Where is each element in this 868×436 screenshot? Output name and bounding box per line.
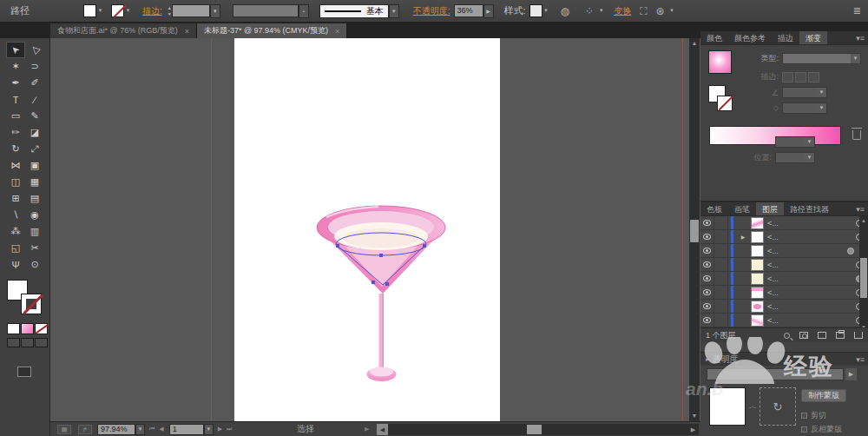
zoom-level-field[interactable]: 97.94% <box>97 424 135 435</box>
draw-behind-button[interactable] <box>21 338 34 347</box>
mesh-tool[interactable]: ⊞ <box>6 190 25 207</box>
select-similar-icon[interactable]: ⊛ <box>656 5 665 17</box>
recolor-artwork-icon[interactable]: ◍ <box>561 5 569 17</box>
tab-swatches[interactable]: 色板 <box>700 202 728 215</box>
visibility-toggle[interactable] <box>700 230 714 244</box>
scroll-down-arrow-icon[interactable]: ▼ <box>689 411 700 421</box>
panel-menu-icon[interactable]: ▾≡ <box>856 355 865 364</box>
status-icon-b[interactable]: ↱ <box>78 425 92 434</box>
selection-tool[interactable]: ➤ <box>6 42 25 58</box>
delete-stop-icon[interactable] <box>852 130 861 140</box>
width-profile-field[interactable] <box>233 4 299 17</box>
vertical-scrollbar[interactable]: ▲ ▼ <box>689 38 700 421</box>
tab-color[interactable]: 颜色 <box>700 31 728 44</box>
stroke-gradient-within-button[interactable] <box>782 72 793 83</box>
eraser-tool[interactable]: ◪ <box>25 124 44 141</box>
magic-wand-tool[interactable]: ✶ <box>6 58 25 75</box>
make-mask-button[interactable]: 制作蒙版 <box>801 389 846 402</box>
last-artboard-icon[interactable]: ⏭ <box>227 426 232 433</box>
horizontal-scrollbar-thumb[interactable] <box>527 425 542 434</box>
tab-stroke[interactable]: 描边 <box>772 31 799 44</box>
control-bar-menu-icon[interactable]: ≣ <box>853 5 861 17</box>
horizontal-scrollbar[interactable]: ◀ ▶ <box>377 424 699 435</box>
layer-row-8[interactable]: <... <box>700 314 868 327</box>
mask-thumbnail-frame[interactable]: ↻ <box>760 387 796 426</box>
invert-mask-checkbox[interactable] <box>801 426 807 433</box>
eyedropper-tool[interactable]: ∖ <box>6 207 25 223</box>
layer-row-4[interactable]: <... <box>700 258 868 272</box>
pencil-tool[interactable]: ✏ <box>6 124 25 141</box>
layer-label[interactable]: <... <box>767 219 856 228</box>
scroll-right-arrow-icon[interactable]: ▶ <box>687 424 699 435</box>
stroke-gradient-across-button[interactable] <box>808 72 819 83</box>
delete-layer-icon[interactable] <box>854 332 863 339</box>
brush-definition-field[interactable]: 基本 <box>319 4 389 18</box>
lock-toggle[interactable] <box>714 286 728 300</box>
layer-row-1[interactable]: <... <box>700 216 868 230</box>
transform-link[interactable]: 变换 <box>614 5 631 17</box>
stroke-swatch[interactable] <box>111 4 124 17</box>
target-circle-icon[interactable] <box>847 248 854 254</box>
lock-toggle[interactable] <box>714 258 728 272</box>
visibility-toggle[interactable] <box>700 272 714 286</box>
fill-dropdown-arrow-icon[interactable]: ▼ <box>96 4 104 17</box>
layer-thumbnail[interactable] <box>751 273 764 285</box>
type-tool[interactable]: T <box>6 91 25 108</box>
lock-toggle[interactable] <box>714 300 728 314</box>
layer-row-7[interactable]: <... <box>700 300 868 314</box>
isolate-selected-object-icon[interactable]: ⛶ <box>640 5 647 17</box>
lock-toggle[interactable] <box>714 272 728 286</box>
tab-brushes[interactable]: 画笔 <box>728 202 756 215</box>
martini-glass-artwork[interactable] <box>50 38 700 421</box>
prev-artboard-icon[interactable]: ◀ <box>159 426 163 433</box>
layer-row-6[interactable]: <... <box>700 286 868 300</box>
gradient-opacity-field[interactable]: ▼ <box>775 136 815 148</box>
direct-selection-tool[interactable]: ▷ <box>25 42 44 58</box>
panel-menu-icon[interactable]: ▾≡ <box>856 34 865 43</box>
visibility-toggle[interactable] <box>700 216 714 230</box>
rotate-tool[interactable]: ↻ <box>6 141 25 157</box>
new-layer-icon[interactable] <box>836 332 845 339</box>
style-dropdown-arrow-icon[interactable]: ▼ <box>542 4 550 17</box>
curvature-tool[interactable]: ✐ <box>25 75 44 91</box>
shape-builder-tool[interactable]: ◫ <box>6 174 25 190</box>
fill-swatch[interactable] <box>83 4 96 17</box>
tab-close-icon[interactable]: × <box>185 27 189 36</box>
stroke-weight-field[interactable] <box>172 4 210 17</box>
gradient-preview-swatch[interactable] <box>708 50 732 74</box>
transparency-panel-header[interactable]: ▸ 透明度 ▾≡ <box>700 353 868 366</box>
style-swatch[interactable] <box>529 4 542 17</box>
vertical-scrollbar-thumb[interactable] <box>690 220 699 242</box>
object-thumbnail[interactable] <box>709 387 746 426</box>
hand-tool[interactable]: Ψ <box>6 256 25 273</box>
layer-thumbnail[interactable] <box>751 259 764 271</box>
screen-mode-button[interactable] <box>17 367 31 377</box>
brush-definition-dropdown[interactable]: ▼ <box>389 4 399 18</box>
panel-menu-icon[interactable]: ▾≡ <box>856 205 865 214</box>
visibility-toggle[interactable] <box>700 314 714 327</box>
visibility-toggle[interactable] <box>700 258 714 272</box>
lock-toggle[interactable] <box>714 230 728 244</box>
layer-row-3[interactable]: <... <box>700 244 868 258</box>
gradient-stroke-proxy[interactable] <box>717 96 733 111</box>
blend-mode-dropdown[interactable] <box>707 368 844 380</box>
layer-label[interactable]: <... <box>767 261 856 269</box>
layer-thumbnail[interactable] <box>751 231 764 243</box>
visibility-toggle[interactable] <box>700 244 714 258</box>
layer-label[interactable]: <... <box>767 233 856 241</box>
canvas-area[interactable]: ▲ ▼ <box>50 38 700 421</box>
layer-label[interactable]: <... <box>767 316 856 325</box>
new-sublayer-icon[interactable] <box>818 332 826 339</box>
visibility-toggle[interactable] <box>700 300 714 314</box>
chevron-down-icon[interactable]: ▼ <box>851 54 860 63</box>
zoom-dropdown-arrow-icon[interactable]: ▼ <box>135 424 145 435</box>
opacity-link[interactable]: 不透明度: <box>413 5 450 17</box>
zoom-tool[interactable]: ⊙ <box>25 256 44 273</box>
tab-pathfinder[interactable]: 路径查找器 <box>784 202 835 215</box>
layer-thumbnail[interactable] <box>751 217 764 229</box>
artboard-dropdown-arrow-icon[interactable]: ▼ <box>204 424 214 435</box>
perspective-grid-tool[interactable]: ▦ <box>25 174 44 190</box>
gradient-angle-field[interactable]: ▼ <box>782 87 827 98</box>
tab-layers[interactable]: 图层 <box>756 202 784 215</box>
width-profile-dropdown[interactable]: • <box>299 4 309 18</box>
